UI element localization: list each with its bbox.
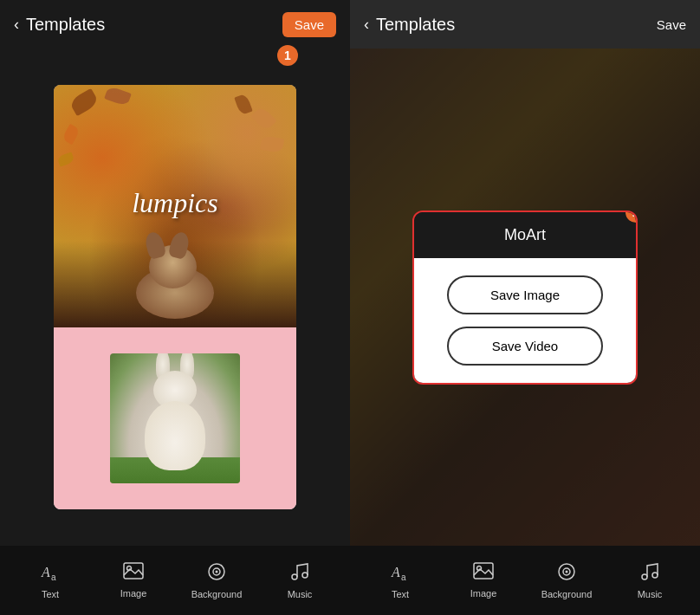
right-canvas-area: lumpics MoArt 2 Save Image Save Video bbox=[350, 49, 700, 546]
image-icon bbox=[123, 562, 144, 585]
left-page-title: Templates bbox=[26, 15, 105, 35]
modal-overlay: MoArt 2 Save Image Save Video bbox=[350, 49, 700, 546]
svg-text:A: A bbox=[391, 565, 400, 579]
template-bottom-section bbox=[54, 327, 296, 509]
text-label-left: Text bbox=[42, 589, 59, 599]
toolbar-item-background-left[interactable]: Background bbox=[191, 561, 243, 599]
right-toolbar: A a Text Image bbox=[350, 546, 700, 615]
save-video-button[interactable]: Save Video bbox=[447, 327, 603, 366]
save-image-button[interactable]: Save Image bbox=[447, 275, 603, 314]
svg-text:A: A bbox=[41, 565, 50, 579]
right-page-title: Templates bbox=[376, 15, 455, 35]
toolbar-item-image-right[interactable]: Image bbox=[457, 562, 509, 599]
left-toolbar: A a Text Image bbox=[0, 546, 350, 615]
right-background-icon bbox=[556, 561, 577, 586]
toolbar-item-music-right[interactable]: Music bbox=[624, 561, 676, 599]
modal-header-wrapper: MoArt 2 bbox=[414, 212, 636, 258]
toolbar-item-text-right[interactable]: A a Text bbox=[374, 561, 426, 599]
right-panel: ‹ Templates Save lumpics MoArt 2 Save Im… bbox=[350, 0, 700, 615]
save-modal: MoArt 2 Save Image Save Video bbox=[412, 210, 638, 385]
right-text-icon: A a bbox=[390, 561, 411, 586]
right-back-arrow-icon[interactable]: ‹ bbox=[364, 16, 369, 34]
svg-point-17 bbox=[652, 573, 658, 578]
right-image-label: Image bbox=[470, 588, 497, 599]
background-label-left: Background bbox=[191, 589, 243, 599]
right-header-left: ‹ Templates bbox=[364, 15, 455, 35]
svg-text:a: a bbox=[401, 573, 406, 582]
svg-point-7 bbox=[292, 574, 297, 579]
left-canvas-area: lumpics bbox=[0, 49, 350, 546]
right-text-label: Text bbox=[392, 589, 409, 599]
text-icon: A a bbox=[40, 561, 61, 586]
bunny-image bbox=[110, 353, 240, 483]
modal-title: MoArt bbox=[414, 212, 636, 258]
left-panel: ‹ Templates Save 1 lumpics bbox=[0, 0, 350, 615]
template-top-image: lumpics bbox=[54, 85, 296, 327]
right-save-button[interactable]: Save bbox=[657, 17, 686, 32]
toolbar-item-background-right[interactable]: Background bbox=[541, 561, 593, 599]
left-header: ‹ Templates Save 1 bbox=[0, 0, 350, 49]
dog-shape bbox=[119, 241, 231, 319]
right-header: ‹ Templates Save bbox=[350, 0, 700, 49]
music-icon bbox=[289, 561, 310, 586]
right-background-label: Background bbox=[541, 589, 593, 599]
svg-point-15 bbox=[566, 571, 568, 573]
svg-text:a: a bbox=[51, 573, 56, 582]
svg-point-6 bbox=[216, 571, 218, 573]
svg-point-8 bbox=[302, 573, 308, 578]
badge-1: 1 bbox=[277, 45, 298, 66]
music-label-left: Music bbox=[288, 589, 313, 599]
save-button[interactable]: Save bbox=[282, 12, 336, 37]
svg-point-16 bbox=[642, 574, 647, 579]
right-image-icon bbox=[473, 562, 494, 585]
background-icon bbox=[206, 561, 227, 586]
right-music-icon bbox=[639, 561, 660, 586]
right-music-label: Music bbox=[638, 589, 663, 599]
bunny-body bbox=[145, 401, 205, 470]
save-button-wrapper: Save 1 bbox=[282, 12, 336, 37]
toolbar-item-music-left[interactable]: Music bbox=[274, 561, 326, 599]
template-card-left[interactable]: lumpics bbox=[54, 85, 296, 509]
left-header-left: ‹ Templates bbox=[14, 15, 105, 35]
toolbar-item-text-left[interactable]: A a Text bbox=[24, 561, 76, 599]
toolbar-item-image-left[interactable]: Image bbox=[107, 562, 159, 599]
modal-body: Save Image Save Video bbox=[414, 258, 636, 383]
lumpics-text: lumpics bbox=[132, 187, 218, 219]
back-arrow-icon[interactable]: ‹ bbox=[14, 16, 19, 34]
image-label-left: Image bbox=[120, 588, 147, 599]
